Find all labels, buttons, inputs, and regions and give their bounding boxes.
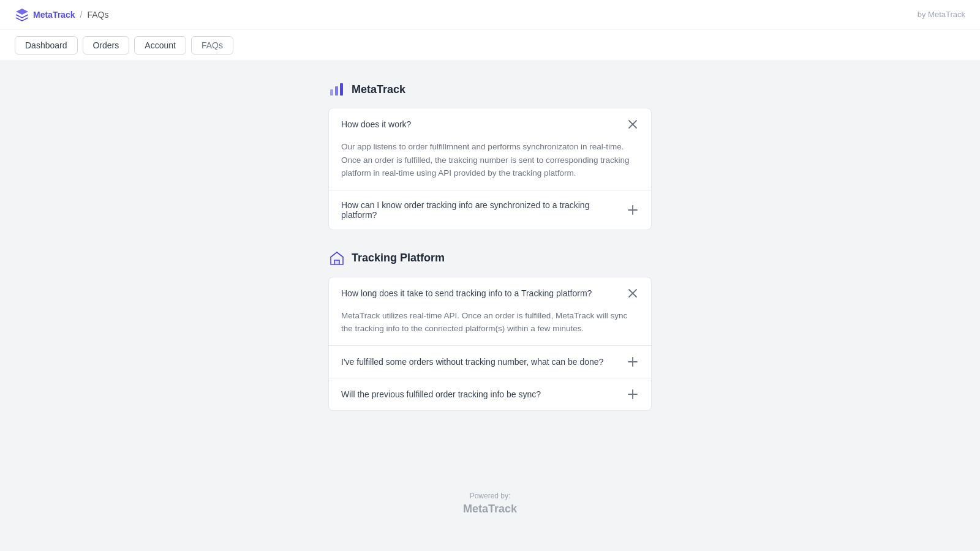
breadcrumb-separator: / bbox=[80, 10, 82, 20]
faq-question-text-0-0: How does it work? bbox=[341, 119, 411, 129]
faq-question-row-0-0[interactable]: How does it work? bbox=[329, 108, 651, 140]
faq-item-0-1: How can I know order tracking info are s… bbox=[329, 190, 651, 230]
svg-rect-2 bbox=[340, 83, 343, 96]
faq-item-1-0: How long does it take to send tracking i… bbox=[329, 277, 651, 346]
footer-powered-label: Powered by: bbox=[0, 492, 980, 500]
faq-item-0-0: How does it work? Our app listens to ord… bbox=[329, 108, 651, 190]
faq-question-row-1-0[interactable]: How long does it take to send tracking i… bbox=[329, 277, 651, 309]
main-nav: Dashboard Orders Account FAQs bbox=[0, 29, 980, 61]
plus-icon-1-1 bbox=[627, 356, 639, 368]
faq-question-text-1-1: I've fulfilled some orders without track… bbox=[341, 357, 603, 367]
tracking-platform-section-heading: Tracking Platform bbox=[328, 250, 652, 267]
page-footer: Powered by: MetaTrack bbox=[0, 467, 980, 528]
metatrack-section-heading: MetaTrack bbox=[328, 81, 652, 98]
svg-rect-7 bbox=[334, 260, 339, 264]
faq-question-row-0-1[interactable]: How can I know order tracking info are s… bbox=[329, 190, 651, 230]
app-header: MetaTrack / FAQs by MetaTrack bbox=[0, 0, 980, 29]
logo[interactable]: MetaTrack bbox=[15, 7, 75, 22]
faq-question-text-0-1: How can I know order tracking info are s… bbox=[341, 200, 619, 220]
svg-rect-0 bbox=[330, 89, 333, 96]
faq-question-row-1-1[interactable]: I've fulfilled some orders without track… bbox=[329, 346, 651, 378]
faq-answer-1-0: MetaTrack utilizes real-time API. Once a… bbox=[329, 309, 651, 345]
tracking-platform-faq-card: How long does it take to send tracking i… bbox=[328, 277, 652, 411]
nav-account[interactable]: Account bbox=[134, 36, 186, 54]
close-icon-0-0 bbox=[627, 118, 639, 130]
faq-item-1-1: I've fulfilled some orders without track… bbox=[329, 346, 651, 378]
faq-question-row-1-2[interactable]: Will the previous fulfilled order tracki… bbox=[329, 378, 651, 410]
breadcrumb: MetaTrack / FAQs bbox=[15, 7, 108, 22]
faq-question-text-1-0: How long does it take to send tracking i… bbox=[341, 288, 592, 298]
footer-brand: MetaTrack bbox=[0, 503, 980, 515]
nav-orders[interactable]: Orders bbox=[83, 36, 130, 54]
metatrack-section-title: MetaTrack bbox=[352, 83, 405, 96]
faq-item-1-2: Will the previous fulfilled order tracki… bbox=[329, 378, 651, 410]
metatrack-icon bbox=[328, 81, 345, 98]
faq-question-text-1-2: Will the previous fulfilled order tracki… bbox=[341, 389, 541, 399]
nav-dashboard[interactable]: Dashboard bbox=[15, 36, 78, 54]
main-content: MetaTrack How does it work? Our app list… bbox=[318, 61, 662, 467]
tracking-platform-section-title: Tracking Platform bbox=[352, 252, 445, 264]
close-icon-1-0 bbox=[627, 287, 639, 299]
nav-faqs[interactable]: FAQs bbox=[191, 36, 233, 54]
header-byline: by MetaTrack bbox=[918, 10, 965, 19]
tracking-platform-icon bbox=[328, 250, 345, 267]
plus-icon-1-2 bbox=[627, 388, 639, 400]
logo-text: MetaTrack bbox=[33, 10, 75, 20]
plus-icon-0-1 bbox=[627, 204, 639, 216]
metatrack-faq-card: How does it work? Our app listens to ord… bbox=[328, 108, 652, 230]
svg-rect-1 bbox=[335, 86, 338, 96]
breadcrumb-current: FAQs bbox=[87, 10, 108, 20]
logo-icon bbox=[15, 7, 29, 22]
faq-answer-0-0: Our app listens to order fulfillmnent an… bbox=[329, 140, 651, 190]
